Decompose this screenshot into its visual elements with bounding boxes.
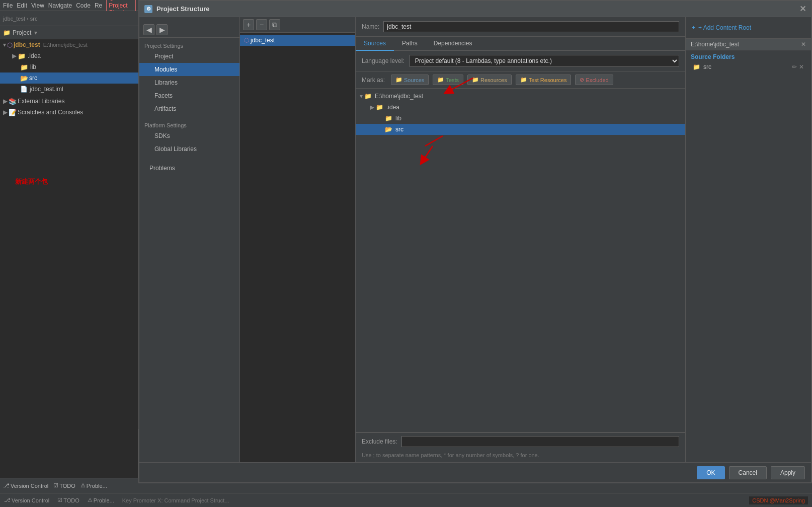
vc-label: Version Control [11, 483, 48, 489]
remove-module-button[interactable]: − [256, 19, 267, 30]
tree-idea[interactable]: ▶ 📁 .idea [0, 50, 138, 61]
menu-code[interactable]: Code [76, 2, 91, 9]
dialog-title: Project Structure [156, 5, 209, 13]
src-source-item[interactable]: 📁 src ✏ ✕ [691, 62, 806, 71]
watermark: CSDN @Man2Spring [749, 496, 808, 504]
problems-btn[interactable]: ⚠ Proble... [80, 482, 107, 489]
version-control-btn[interactable]: ⎇ Version Control [3, 482, 48, 489]
tab-paths[interactable]: Paths [394, 37, 426, 51]
menu-re[interactable]: Re [95, 2, 102, 9]
tab-sources[interactable]: Sources [356, 37, 394, 51]
mark-excluded-button[interactable]: ⊘ Excluded [575, 75, 613, 85]
mark-tests-button[interactable]: 📁 Tests [433, 75, 463, 85]
cancel-button[interactable]: Cancel [729, 466, 767, 479]
content-root-close[interactable]: ✕ [801, 41, 806, 48]
tree-lib-label: lib [395, 115, 401, 122]
mark-test-resources-button[interactable]: 📁 Test Resources [516, 75, 572, 85]
nav-sdks[interactable]: SDKs [139, 129, 239, 142]
nav-global-libs[interactable]: Global Libraries [139, 142, 239, 156]
nav-forward-button[interactable]: ▶ [156, 24, 168, 35]
problems-status-icon: ⚠ [88, 497, 93, 503]
status-todo[interactable]: ☑ TODO [57, 497, 79, 503]
ok-button[interactable]: OK [697, 466, 724, 479]
sources-icon: 📁 [395, 77, 402, 83]
tests-icon: 📁 [437, 77, 444, 83]
ext-libs-label: External Libraries [18, 98, 64, 105]
content-root-header: E:\home\jdbc_test ✕ [686, 39, 811, 50]
exclude-input[interactable] [401, 436, 679, 447]
lang-level-select[interactable]: Project default (8 - Lambdas, type annot… [410, 55, 679, 67]
project-header: 📁 Project ▾ [0, 26, 138, 39]
mark-resources-button[interactable]: 📁 Resources [467, 75, 512, 85]
resources-icon: 📁 [472, 77, 479, 83]
menu-navigate[interactable]: Navigate [48, 2, 72, 9]
test-resources-btn-label: Test Resources [529, 77, 567, 83]
problems-label: Proble... [87, 483, 107, 489]
nav-artifacts[interactable]: Artifacts [139, 102, 239, 115]
folder-icon: 📁 [18, 52, 26, 60]
name-label: Name: [362, 23, 379, 30]
tree-lib[interactable]: 📁 lib [0, 61, 138, 73]
tree-root-item[interactable]: ▾ 📁 E:\home\jdbc_test [356, 91, 685, 102]
name-input[interactable] [383, 21, 679, 32]
content-panel: Name: Sources Paths Dependencies Languag… [356, 17, 685, 462]
mark-as-row: Mark as: 📁 Sources 📁 Tests 📁 Resources 📁… [356, 71, 685, 89]
remove-src-icon[interactable]: ✕ [799, 63, 804, 70]
add-content-root-button[interactable]: + + Add Content Root [686, 21, 811, 34]
add-module-button[interactable]: + [243, 19, 254, 30]
nav-facets[interactable]: Facets [139, 89, 239, 102]
language-level-row: Language level: Project default (8 - Lam… [356, 51, 685, 71]
dialog-titlebar: ⚙ Project Structure ✕ [139, 1, 811, 17]
module-item-jdbc[interactable]: ⬡ jdbc_test [240, 35, 355, 46]
modules-nav-label: Modules [154, 66, 177, 73]
nav-libraries[interactable]: Libraries [139, 76, 239, 89]
tree-src[interactable]: 📂 src [0, 73, 138, 84]
edit-src-icon[interactable]: ✏ [792, 63, 797, 70]
nav-back-button[interactable]: ◀ [143, 24, 154, 35]
root-path: E:\home\jdbc_test [43, 42, 88, 48]
tree-lib-item[interactable]: 📁 lib [356, 113, 685, 124]
tree-src-item[interactable]: 📂 src [356, 124, 685, 135]
tree-scratches[interactable]: ▶ 📝 Scratches and Consoles [0, 107, 138, 118]
content-root-section: E:\home\jdbc_test ✕ Source Folders 📁 src… [686, 38, 811, 75]
tree-iml[interactable]: 📄 jdbc_test.iml [0, 84, 138, 95]
tree-root[interactable]: ▾ ⬡ jdbc_test E:\home\jdbc_test [0, 39, 138, 50]
apply-button[interactable]: Apply [771, 466, 805, 479]
scratches-icon: 📝 [9, 109, 17, 116]
nav-problems[interactable]: Problems [139, 162, 239, 175]
mark-sources-button[interactable]: 📁 Sources [391, 75, 429, 85]
dialog-icon: ⚙ [144, 5, 152, 13]
root-folder-icon: 📁 [364, 93, 372, 100]
libraries-nav-label: Libraries [154, 79, 178, 86]
tree-idea-label: .idea [386, 104, 399, 111]
global-libs-nav-label: Global Libraries [154, 146, 197, 153]
todo-label: TODO [59, 483, 75, 489]
chevron-right-icon: ▶ [12, 52, 17, 59]
excluded-icon: ⊘ [580, 77, 584, 83]
nav-modules[interactable]: Modules [139, 63, 239, 76]
project-settings-section: Project Settings [139, 42, 239, 50]
tab-dependencies[interactable]: Dependencies [426, 37, 480, 51]
tree-src-label: src [395, 126, 403, 133]
menu-view[interactable]: View [31, 2, 44, 9]
todo-btn[interactable]: ☑ TODO [53, 482, 75, 489]
module-item-label: jdbc_test [251, 37, 275, 44]
copy-module-button[interactable]: ⧉ [269, 19, 280, 30]
folder-icon: 📂 [20, 75, 28, 82]
status-vc[interactable]: ⎇ Version Control [4, 497, 49, 503]
src-label: src [703, 63, 711, 70]
status-problems[interactable]: ⚠ Proble... [88, 497, 114, 503]
nav-project[interactable]: Project [139, 50, 239, 63]
folder-icon: 📁 [20, 63, 28, 71]
tree-ext-libs[interactable]: ▶ 📚 External Libraries [0, 96, 138, 107]
key-promoter-status: Key Promoter X: Command Project Struct..… [122, 497, 742, 503]
project-panel: 📁 Project ▾ ▾ ⬡ jdbc_test E:\home\jdbc_t… [0, 26, 138, 429]
tree-idea-item[interactable]: ▶ 📁 .idea [356, 102, 685, 113]
menu-edit[interactable]: Edit [17, 2, 27, 9]
idea-label: .idea [28, 52, 41, 59]
add-content-root-label: + Add Content Root [698, 24, 751, 31]
dropdown-icon[interactable]: ▾ [34, 29, 37, 36]
menu-file[interactable]: File [3, 2, 13, 9]
nav-panel: ◀ ▶ Project Settings Project Modules Lib… [139, 17, 240, 462]
close-button[interactable]: ✕ [799, 4, 806, 14]
